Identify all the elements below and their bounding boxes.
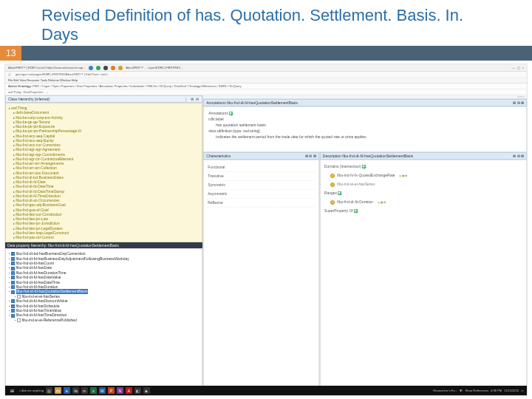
class-chip-icon xyxy=(330,183,335,187)
annotations-title: Annotations fibo-fnd-dt-fd-hasQuotationS… xyxy=(206,100,298,105)
notifications-icon[interactable]: ▭ xyxy=(521,389,524,392)
class-chip-icon xyxy=(330,200,335,205)
app-icon[interactable]: ◧ xyxy=(134,387,141,394)
panel-menu-icon[interactable]: ⊞ ⊟ ⊠ xyxy=(513,100,524,105)
tab-icon xyxy=(89,66,93,70)
slide-number: 13 xyxy=(0,46,21,61)
annotations-subtitle: Annotations xyxy=(208,111,228,115)
acrobat-icon[interactable]: A xyxy=(126,387,132,394)
browser-url: jpmorgan.net/pages/EDMC-FIBO/IND/AboutFI… xyxy=(16,72,108,76)
store-icon[interactable]: 🛍 xyxy=(72,387,79,394)
characteristic-item[interactable]: Reflexive xyxy=(208,199,315,208)
characteristic-item[interactable]: Symmetric xyxy=(208,181,315,190)
class-tree[interactable]: owl:Thingdebt-baseDocumentfibo-be-corp-c… xyxy=(5,103,202,242)
tray-icon[interactable]: 🗣 xyxy=(460,389,463,392)
clock-date: 11/15/2016 xyxy=(504,389,519,392)
rdfs-label: rdfs:label xyxy=(208,116,522,122)
characteristic-item[interactable]: Functional xyxy=(208,163,315,172)
domain-value[interactable]: fibo-ind-fx-fx-QuotedExchangeRate xyxy=(337,173,395,177)
mail-icon[interactable]: ✉ xyxy=(81,387,88,394)
minimize-icon[interactable]: — xyxy=(512,66,515,69)
characteristics-body: FunctionalTransitiveSymmetricAsymmetricR… xyxy=(203,160,319,395)
annotations-body: Annotations rdfs:label has quotation set… xyxy=(203,106,527,152)
active-ontology-tabs[interactable]: PWC / Caper / Open Properties / Data Pro… xyxy=(33,84,241,88)
ranges-label: Ranges xyxy=(324,191,337,195)
browser-tab[interactable]: AboutFIBO™ | EDM Council https://www.edm… xyxy=(8,66,86,69)
description-body: Domains (intersection) fibo-ind-fx-fx-Qu… xyxy=(320,160,527,395)
annotations-panel-header: Annotations fibo-fnd-dt-fd-hasQuotationS… xyxy=(203,99,527,106)
tab-icon xyxy=(103,66,108,70)
skos-definition-label: skos:definition [type: xsd:string] xyxy=(208,128,522,134)
breadcrumb-text: owl:Thing · DataProperties · … xyxy=(8,90,48,94)
domain-value[interactable]: fibo-ind-ei-ei-hasSeries xyxy=(337,182,375,186)
start-button[interactable]: ⊞ xyxy=(8,388,16,393)
domains-label: Domains (intersection) xyxy=(324,164,361,168)
word-icon[interactable]: W xyxy=(99,387,106,394)
superprop-label: SuperProperty Of xyxy=(324,208,353,213)
characteristic-item[interactable]: Asymmetric xyxy=(208,190,315,199)
maximize-icon[interactable]: ▢ xyxy=(517,66,520,69)
active-ontology-label: Active Ontology: xyxy=(8,84,32,88)
browser-tabs: AboutFIBO™ | EDM Council https://www.edm… xyxy=(5,64,527,72)
class-chip-icon xyxy=(330,174,335,178)
app-icon[interactable]: ◆ xyxy=(143,387,150,394)
clock-time: 4:38 PM xyxy=(491,389,502,392)
class-hierarchy-title: Class hierarchy (inferred) xyxy=(8,97,50,101)
taskview-icon[interactable]: ▥ xyxy=(46,387,52,394)
folder-icon[interactable]: 🗀 xyxy=(55,387,61,394)
url-info-icon: ⓘ xyxy=(8,72,11,76)
active-ontology-bar: Active Ontology: PWC / Caper / Open Prop… xyxy=(5,83,527,89)
add-domain-icon[interactable] xyxy=(362,165,366,168)
powerpoint-icon[interactable]: P xyxy=(108,387,115,394)
edge-icon[interactable]: e xyxy=(64,387,70,394)
browser-tab[interactable]: AboutFIBO™ … /spec/EDMC-FIBO/FND/… xyxy=(126,66,183,69)
add-annotation-icon[interactable] xyxy=(229,112,233,115)
data-property-header: Data property hierarchy: fibo-fnd-dt-fd-… xyxy=(5,242,202,248)
characteristics-title: Characteristics xyxy=(206,154,231,158)
chip-actions[interactable]: ◎ ◉ ⊗ xyxy=(378,200,386,205)
browser-url-bar[interactable]: ⓘ jpmorgan.net/pages/EDMC-FIBO/IND/About… xyxy=(5,72,527,78)
close-icon[interactable]: × xyxy=(522,66,524,69)
tab-icon xyxy=(96,66,100,70)
dataprop-footer[interactable]: fibo-ind-ei-ei-ReferencePublished xyxy=(9,318,200,322)
data-property-tree[interactable]: fibo-fnd-dt-bd-hasBusinessDayConventionf… xyxy=(5,248,202,395)
onenote-icon[interactable]: N xyxy=(117,387,123,394)
breadcrumb: owl:Thing · DataProperties · … xyxy=(5,89,527,95)
researcher-label: Researcher's Fo… xyxy=(433,389,457,392)
panel-menu-icon[interactable]: ⊞ ⊟ ⊠ xyxy=(513,154,524,158)
tab-icon xyxy=(111,66,115,70)
skos-definition-value: indicates the settlement period from the… xyxy=(208,134,522,140)
tab-icon xyxy=(118,66,123,70)
screen-reader-label: Show References xyxy=(465,389,488,392)
slide-title: Revised Definition of has. Quotation. Se… xyxy=(41,6,502,44)
panel-menu-icon[interactable]: ⋮ ⊞ ⊟ xyxy=(184,97,200,101)
windows-taskbar[interactable]: ⊞ ○ Ask me anything ▥ 🗀 e 🛍 ✉ x W P N A … xyxy=(5,386,527,395)
protege-main: Class hierarchy (inferred) ⋮ ⊞ ⊟ owl:Thi… xyxy=(5,95,527,395)
chip-actions[interactable]: ◎ ◉ ⊗ xyxy=(399,173,407,178)
excel-icon[interactable]: x xyxy=(90,387,97,394)
add-super-icon[interactable] xyxy=(354,209,358,213)
characteristics-header: Characteristics ⊞ ⊟ ⊠ xyxy=(203,152,319,160)
protege-screenshot: AboutFIBO™ | EDM Council https://www.edm… xyxy=(4,64,528,396)
panel-menu-icon[interactable]: ⊞ ⊟ ⊠ xyxy=(305,154,316,158)
description-header: Description fibo-fnd-dt-fd-hasQuotationS… xyxy=(320,152,527,160)
rdfs-label-value: has quotation settlement basis xyxy=(208,122,522,128)
cortana-search[interactable]: ○ Ask me anything xyxy=(19,389,44,392)
app-menu-bar[interactable]: File Edit View Reasoner Tools Refactor W… xyxy=(5,78,527,83)
slide-accent-strip xyxy=(0,46,532,61)
range-value[interactable]: fibo-fnd-dt-fd-Duration xyxy=(337,200,373,204)
description-title: Description fibo-fnd-dt-fd-hasQuotationS… xyxy=(323,154,413,158)
add-range-icon[interactable] xyxy=(338,191,341,195)
class-hierarchy-header: Class hierarchy (inferred) ⋮ ⊞ ⊟ xyxy=(5,95,202,103)
search-box[interactable] xyxy=(517,96,525,98)
tree-item[interactable]: fibo-fnd-pas-dd-Control xyxy=(9,235,200,239)
characteristic-item[interactable]: Transitive xyxy=(208,172,315,181)
